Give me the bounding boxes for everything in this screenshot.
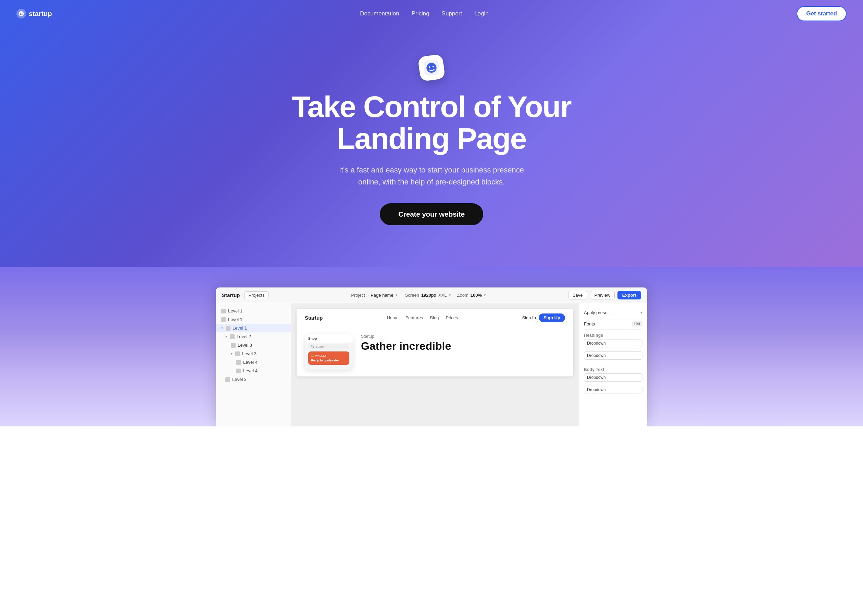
layer-icon — [221, 309, 226, 313]
inner-navbar: Startup Home Features Blog Prices Sign I… — [296, 309, 573, 327]
body-text-label: Body Text — [584, 364, 643, 373]
layer-icon — [236, 369, 241, 373]
tree-item[interactable]: Level 4 — [216, 366, 291, 375]
create-website-button[interactable]: Create your website — [380, 203, 483, 225]
get-started-button[interactable]: Get started — [797, 6, 847, 21]
hero-subtitle: It's a fast and easy way to start your b… — [332, 164, 531, 188]
inner-brand: Startup — [305, 315, 323, 321]
body-text-section: Body Text Dropdown Dropdown — [584, 364, 643, 396]
tree-item-selected[interactable]: ▾ Level 1 — [216, 324, 291, 332]
screen-size: XXL — [438, 292, 447, 298]
apply-preset-label: Apply preset — [584, 310, 609, 315]
preview-button[interactable]: Preview — [590, 291, 615, 299]
layer-icon — [226, 326, 230, 331]
body-dropdown-2[interactable]: Dropdown — [584, 386, 643, 394]
inner-nav-features: Features — [405, 315, 423, 320]
tree-item-label: Level 4 — [243, 368, 258, 373]
logo-text: startup — [29, 10, 52, 18]
body-dropdown-1[interactable]: Dropdown — [584, 373, 643, 382]
toolbar-left: Startup Projects — [222, 291, 269, 299]
hero-title: Take Control of Your Landing Page — [277, 91, 586, 154]
phone-product: 💳 WALLET Recycled polyester — [308, 352, 349, 365]
chevron-down-icon: ▾ — [395, 293, 398, 297]
tree-item[interactable]: Level 2 — [216, 375, 291, 383]
tree-item-label: Level 3 — [242, 351, 257, 356]
zoom-value: 100% — [471, 292, 482, 298]
inner-page: Startup Home Features Blog Prices Sign I… — [296, 309, 573, 376]
nav-login[interactable]: Login — [474, 10, 489, 17]
tree-item[interactable]: ▾ Level 2 — [216, 332, 291, 341]
phone-mockup: Shop 🔍 Search 💳 WALLET Recycled polyeste… — [305, 334, 353, 369]
save-button[interactable]: Save — [568, 291, 587, 299]
preset-chevron-icon: ▾ — [640, 310, 643, 315]
tree-item[interactable]: Level 3 — [216, 341, 291, 349]
inner-nav-links: Home Features Blog Prices — [387, 315, 458, 320]
fonts-badge: List — [632, 321, 643, 327]
phone-title: Shop — [305, 334, 353, 343]
layer-icon — [236, 360, 241, 365]
headings-section: Headings Dropdown Dropdown — [584, 330, 643, 362]
svg-point-0 — [19, 11, 24, 16]
layer-icon — [231, 343, 236, 348]
navigation: startup Documentation Pricing Support Lo… — [0, 0, 863, 27]
right-panel: Apply preset ▾ Fonts List Headings Dropd… — [579, 303, 647, 426]
zoom-chevron-icon: ▾ — [484, 293, 486, 297]
breadcrumb-page[interactable]: Page name — [370, 292, 394, 298]
tree-item-label: Level 3 — [238, 343, 252, 348]
nav-pricing[interactable]: Pricing — [412, 10, 430, 17]
tree-item[interactable]: Level 1 — [216, 306, 291, 315]
preview-section: Startup Projects Project › Page name ▾ S… — [0, 267, 863, 426]
toolbar-center: Project › Page name ▾ Screen 1920px XXL … — [351, 292, 486, 298]
phone-search: 🔍 Search — [308, 344, 349, 349]
layer-icon — [235, 352, 240, 356]
tree-item-label: Level 1 — [228, 317, 243, 322]
tree-item-label: Level 1 — [228, 308, 243, 313]
layer-icon — [230, 334, 235, 339]
fonts-row: Fonts List — [584, 318, 643, 330]
tree-item-label: Level 2 — [237, 334, 251, 339]
screen-label: Screen — [405, 292, 419, 298]
nav-documentation[interactable]: Documentation — [360, 10, 399, 17]
logo[interactable]: startup — [16, 9, 52, 19]
toolbar-right: Save Preview Export — [568, 291, 641, 299]
toolbar-brand: Startup — [222, 292, 240, 298]
inner-text-column: Startup Gather incredible — [361, 334, 565, 352]
logo-icon — [16, 9, 26, 19]
canvas-area: Startup Home Features Blog Prices Sign I… — [291, 303, 579, 426]
tree-item[interactable]: Level 1 — [216, 315, 291, 324]
apply-preset-row[interactable]: Apply preset ▾ — [584, 307, 643, 318]
heading-dropdown-1[interactable]: Dropdown — [584, 339, 643, 347]
tree-item-label: Level 2 — [232, 377, 247, 382]
expand-icon: ▾ — [231, 352, 233, 355]
export-button[interactable]: Export — [617, 291, 641, 299]
inner-nav-prices: Prices — [446, 315, 458, 320]
svg-point-2 — [22, 13, 22, 13]
layer-tree: Level 1 Level 1 ▾ Level 1 ▾ Level 2 — [216, 303, 291, 426]
heading-dropdown-2[interactable]: Dropdown — [584, 352, 643, 360]
phone-product-text: Recycled polyester — [311, 359, 346, 362]
hero-icon — [417, 54, 445, 82]
screen-value: 1920px — [421, 292, 436, 298]
inner-text-label: Startup — [361, 334, 565, 339]
window-toolbar: Startup Projects Project › Page name ▾ S… — [216, 288, 647, 303]
inner-signin[interactable]: Sign In — [522, 315, 535, 320]
tree-item[interactable]: ▾ Level 3 — [216, 349, 291, 358]
breadcrumb-sep: › — [367, 292, 369, 298]
hero-section: Take Control of Your Landing Page It's a… — [0, 0, 863, 267]
zoom-label: Zoom — [457, 292, 468, 298]
inner-signup[interactable]: Sign Up — [539, 313, 565, 322]
screen-chevron-icon: ▾ — [449, 293, 451, 297]
svg-point-1 — [20, 13, 21, 13]
layer-icon — [221, 317, 226, 322]
preview-window: Startup Projects Project › Page name ▾ S… — [216, 288, 647, 426]
tree-item[interactable]: Level 4 — [216, 358, 291, 366]
inner-nav-blog: Blog — [430, 315, 439, 320]
nav-links: Documentation Pricing Support Login — [360, 10, 488, 17]
projects-button[interactable]: Projects — [244, 291, 269, 299]
inner-text-heading: Gather incredible — [361, 340, 565, 352]
tree-item-label: Level 4 — [243, 360, 258, 365]
headings-label: Headings — [584, 330, 643, 339]
nav-support[interactable]: Support — [442, 10, 462, 17]
inner-nav-home: Home — [387, 315, 398, 320]
window-body: Level 1 Level 1 ▾ Level 1 ▾ Level 2 — [216, 303, 647, 426]
